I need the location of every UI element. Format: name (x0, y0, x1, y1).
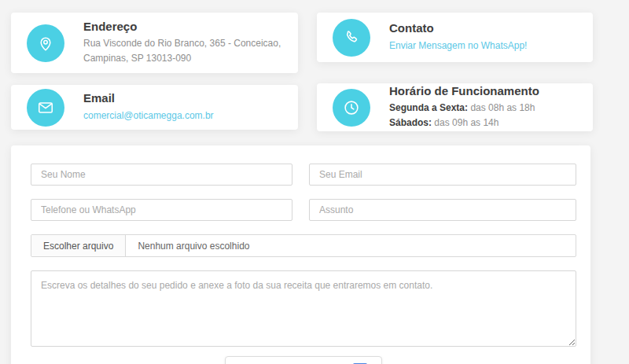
whatsapp-link[interactable]: Enviar Mensagem no WhatsApp! (389, 39, 527, 53)
address-card-body: Endereço Rua Visconde do Rio Branco, 365… (83, 20, 282, 65)
contact-card-body: Contato Enviar Mensagem no WhatsApp! (389, 21, 527, 53)
subject-input[interactable] (309, 199, 576, 221)
address-title: Endereço (83, 20, 282, 34)
file-upload-input[interactable]: Escolher arquivo Nenhum arquivo escolhid… (31, 234, 576, 257)
hours-card-body: Horário de Funcionamento Segunda a Sexta… (389, 84, 577, 130)
hours-title: Horário de Funcionamento (389, 84, 577, 98)
email-title: Email (83, 91, 214, 105)
saturday-label: Sábados: (389, 117, 432, 128)
phone-input[interactable] (31, 199, 292, 221)
weekdays-hours: das 08h as 18h (470, 102, 535, 113)
form-row-1 (31, 164, 576, 186)
address-text: Rua Visconde do Rio Branco, 365 - Concei… (83, 36, 282, 65)
weekdays-label: Segunda a Sexta: (389, 102, 468, 113)
contact-form: Escolher arquivo Nenhum arquivo escolhid… (11, 145, 590, 364)
saturday-hours: das 09h as 14h (434, 117, 498, 128)
envelope-icon (27, 89, 64, 127)
submit-button[interactable] (225, 356, 382, 364)
form-row-2 (31, 199, 576, 221)
hours-card: Horário de Funcionamento Segunda a Sexta… (317, 83, 593, 131)
name-input[interactable] (31, 164, 292, 186)
clock-icon (333, 89, 370, 127)
email-card: Email comercial@oticamegga.com.br (11, 85, 298, 130)
address-card: Endereço Rua Visconde do Rio Branco, 365… (11, 13, 298, 73)
email-link[interactable]: comercial@oticamegga.com.br (83, 108, 214, 123)
phone-icon (333, 19, 370, 57)
contact-title: Contato (389, 21, 527, 35)
contact-card: Contato Enviar Mensagem no WhatsApp! (317, 13, 593, 62)
file-status-text: Nenhum arquivo escolhido (126, 235, 261, 256)
location-pin-icon (27, 24, 64, 62)
email-card-body: Email comercial@oticamegga.com.br (83, 91, 214, 123)
hours-schedule: Segunda a Sexta: das 08h as 18h Sábados:… (389, 101, 577, 130)
message-textarea[interactable] (31, 270, 576, 347)
email-input[interactable] (309, 164, 576, 186)
choose-file-button[interactable]: Escolher arquivo (31, 235, 126, 256)
